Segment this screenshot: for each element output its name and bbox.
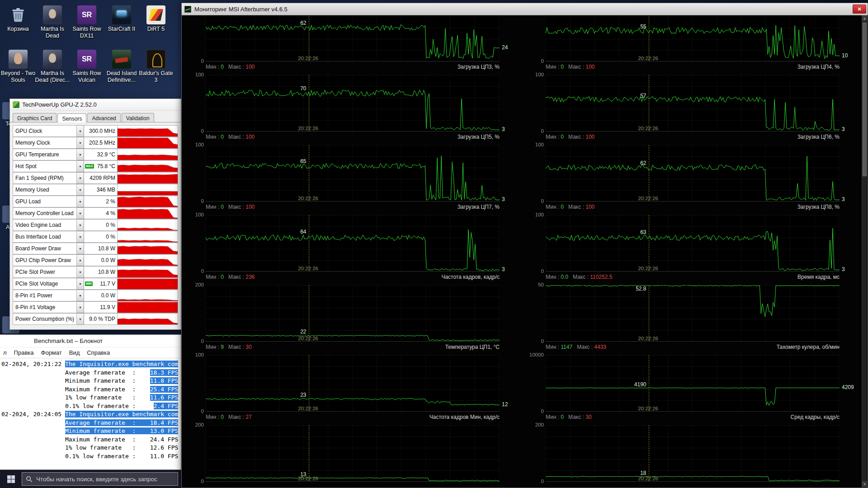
- min-label: Мин :: [206, 204, 221, 210]
- minmax-readout: Мин : 0 Макс : 30: [546, 414, 592, 422]
- desktop-icon[interactable]: Baldur's Gate 3: [137, 50, 175, 84]
- desktop-icon[interactable]: Martha Is Dead (Direc...: [33, 50, 71, 84]
- scroll-down-icon[interactable]: ▼: [862, 481, 867, 487]
- gpuz-tab-advanced[interactable]: Advanced: [87, 113, 120, 122]
- min-label: Мин :: [546, 64, 561, 70]
- sensor-value: 75.8 °CMAX: [84, 160, 118, 172]
- gpuz-tab-validation[interactable]: Validation: [122, 113, 154, 122]
- desktop-icon[interactable]: Beyond - Two Souls: [0, 50, 37, 84]
- min-value: 0: [221, 64, 224, 70]
- graph-plot: 7020:22:26: [206, 75, 500, 131]
- desktop-icon[interactable]: StarCraft II: [103, 5, 141, 33]
- notepad-titlebar[interactable]: Benchmark.txt – Блокнот: [0, 335, 181, 347]
- sensor-history-graph: [118, 137, 178, 149]
- start-button[interactable]: [0, 470, 22, 488]
- sensor-name: GPU Chip Power Draw: [13, 254, 77, 266]
- sensor-history-graph: [118, 149, 178, 160]
- chevron-down-icon[interactable]: ▼: [77, 266, 84, 278]
- chevron-down-icon[interactable]: ▼: [77, 254, 84, 266]
- desktop-icon[interactable]: SRSaints Row DX11: [68, 5, 106, 39]
- text-segment: Average framerate :: [1, 369, 150, 376]
- min-value: 0: [561, 204, 564, 210]
- gpuz-tab-sensors[interactable]: Sensors: [57, 113, 86, 122]
- gpuz-window-title: TechPowerUp GPU-Z 2.52.0: [22, 101, 97, 108]
- gpuz-tab-graphics-card[interactable]: Graphics Card: [13, 113, 57, 122]
- chevron-down-icon[interactable]: ▼: [77, 184, 84, 196]
- afterburner-scrollbar[interactable]: ▲ ▼: [862, 15, 867, 487]
- dirt5-icon: [146, 5, 165, 24]
- menu-item-Формат[interactable]: Формат: [38, 349, 66, 356]
- graph-plot: 6220:22:26: [206, 15, 500, 61]
- cursor-value-label: 64: [300, 229, 308, 235]
- sensor-history-graph: [118, 231, 178, 243]
- cursor-value-label: 57: [640, 93, 648, 99]
- icon-label: Saints Row DX11: [68, 26, 106, 39]
- chevron-down-icon[interactable]: ▼: [77, 313, 84, 325]
- minmax-readout: Мин : 1147 Макс : 4433: [546, 344, 606, 352]
- gpuz-titlebar[interactable]: TechPowerUp GPU-Z 2.52.0: [10, 99, 181, 111]
- chevron-down-icon[interactable]: ▼: [77, 196, 84, 207]
- notepad-text-area[interactable]: 02-2024, 20:21:22 The Inquisitor.exe ben…: [0, 358, 181, 460]
- cursor-value-label: 62: [640, 160, 648, 166]
- icon-label: Martha Is Dead: [33, 26, 71, 39]
- gpuz-sensor-row: Memory Clock▼202.5 MHz: [13, 137, 178, 149]
- graph-title: Загрузка ЦП5, %: [458, 134, 500, 142]
- menu-item-Справка[interactable]: Справка: [83, 349, 113, 356]
- axis-max-label: 100: [185, 352, 204, 357]
- gpuz-sensor-row: PCIe Slot Power▼10.8 W: [13, 266, 178, 278]
- sc2-icon: [112, 5, 131, 24]
- menu-item-л[interactable]: л: [0, 349, 10, 356]
- gpuz-sensor-list: GPU Clock▼300.0 MHzMemory Clock▼202.5 MH…: [10, 122, 181, 328]
- menu-item-Вид[interactable]: Вид: [66, 349, 84, 356]
- text-line: Average framerate : 18.3 FPS: [1, 369, 181, 377]
- desktop-icon[interactable]: Корзина: [0, 5, 37, 33]
- time-cursor-line: [309, 215, 309, 271]
- minmax-readout: Мин : 0.0 Макс : 110252.5: [546, 274, 612, 282]
- chevron-down-icon[interactable]: ▼: [77, 243, 84, 254]
- graph-plot: 5520:22:26: [546, 15, 840, 61]
- selected-text: 11.6 FPS: [150, 394, 179, 401]
- cursor-time-label: 20:22:26: [298, 196, 318, 201]
- chevron-down-icon[interactable]: ▼: [77, 137, 84, 149]
- min-value: 1147: [561, 344, 572, 350]
- max-label: Макс :: [564, 414, 585, 420]
- axis-zero-label: 0: [525, 198, 544, 204]
- sensor-name: Power Consumption (%): [13, 313, 77, 325]
- chevron-down-icon[interactable]: ▼: [77, 301, 84, 313]
- chevron-down-icon[interactable]: ▼: [77, 278, 84, 290]
- scroll-up-icon[interactable]: ▲: [862, 15, 867, 21]
- text-line: Maximum framerate : 24.4 FPS: [1, 436, 181, 444]
- chevron-down-icon[interactable]: ▼: [77, 207, 84, 219]
- min-label: Мин :: [546, 274, 561, 280]
- afterburner-titlebar[interactable]: Мониторинг MSI Afterburner v4.6.5 ✕: [182, 3, 868, 15]
- chevron-down-icon[interactable]: ▼: [77, 290, 84, 301]
- chevron-down-icon[interactable]: ▼: [77, 172, 84, 184]
- cursor-time-label: 20:22:26: [638, 56, 658, 61]
- chevron-down-icon[interactable]: ▼: [77, 149, 84, 160]
- gpuz-sensor-row: 8-Pin #1 Voltage▼11.9 V: [13, 301, 178, 313]
- desktop-icon[interactable]: DiRT 5: [137, 5, 175, 33]
- desktop-icon[interactable]: Martha Is Dead: [33, 5, 71, 39]
- chevron-down-icon[interactable]: ▼: [77, 231, 84, 243]
- taskbar-search-input[interactable]: Чтобы начать поиск, введите здесь запрос: [22, 472, 178, 486]
- gpuz-sensor-row: Video Engine Load▼0 %: [13, 219, 178, 231]
- scrollbar-thumb[interactable]: [863, 23, 867, 176]
- cursor-time-label: 20:22:26: [638, 196, 658, 201]
- min-label: Мин :: [546, 414, 561, 420]
- gpuz-sensor-row: Power Consumption (%)▼9.0 % TDP: [13, 313, 178, 325]
- close-icon[interactable]: ✕: [853, 5, 866, 14]
- beyond-icon: [9, 50, 28, 69]
- chevron-down-icon[interactable]: ▼: [77, 125, 84, 137]
- text-segment: 1% low framerate : 12.6 FPS: [1, 444, 178, 451]
- menu-item-Правка[interactable]: Правка: [10, 349, 38, 356]
- cursor-time-label: 20:22:26: [638, 126, 658, 131]
- chevron-down-icon[interactable]: ▼: [77, 160, 84, 172]
- desktop-icon[interactable]: SRSaints Row Vulcan: [68, 50, 106, 84]
- current-value-label: 10: [842, 52, 862, 59]
- min-value: 0: [221, 134, 224, 140]
- selected-text: 11.8 FPS: [150, 377, 179, 384]
- desktop-icon[interactable]: Dead Island Definitive...: [103, 50, 141, 84]
- time-cursor-line: [649, 15, 649, 61]
- chevron-down-icon[interactable]: ▼: [77, 219, 84, 231]
- sensor-name: Fan 1 Speed (RPM): [13, 172, 77, 184]
